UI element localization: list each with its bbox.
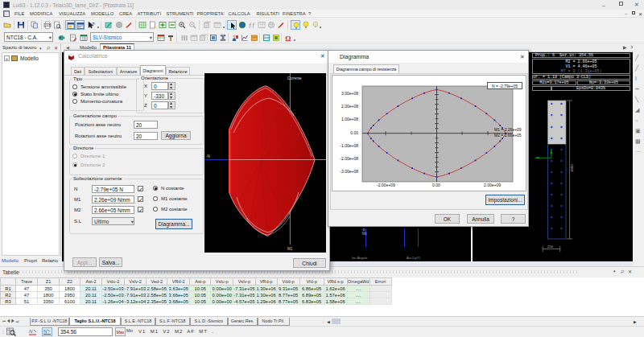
svg-text:N: N bbox=[29, 329, 33, 334]
svg-text:-N: -N bbox=[206, 154, 210, 158]
svg-text:Ω: Ω bbox=[285, 34, 291, 41]
svg-text:250: 250 bbox=[547, 245, 554, 249]
svg-text:ƒ: ƒ bbox=[252, 22, 255, 29]
svg-text:M1: M1 bbox=[287, 247, 293, 251]
svg-text:?: ? bbox=[92, 22, 95, 27]
svg-text:N: N bbox=[43, 329, 47, 334]
svg-text:1800: 1800 bbox=[570, 164, 574, 172]
svg-text:Corrente: Corrente bbox=[287, 76, 302, 80]
